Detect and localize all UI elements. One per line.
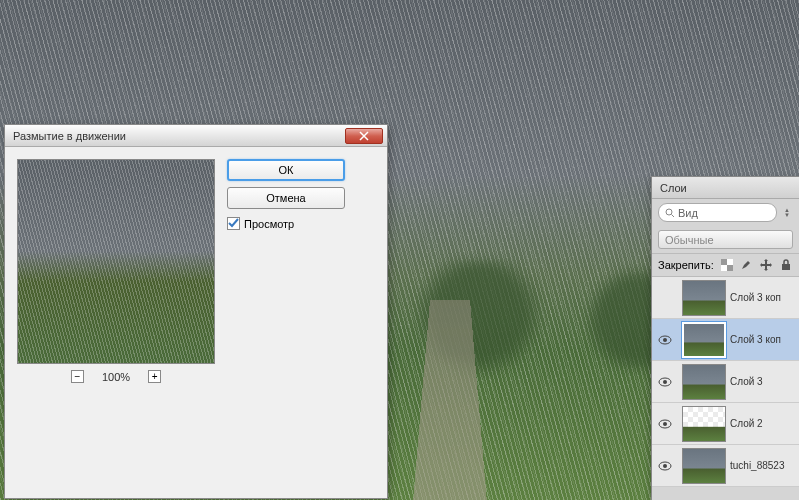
dialog-body: − 100% + ОК Отмена Просмотр [5, 147, 387, 395]
preview-label: Просмотр [244, 218, 294, 230]
layer-thumbnail[interactable] [682, 448, 726, 484]
layer-item[interactable]: Слой 2 [652, 403, 799, 445]
close-icon [359, 131, 369, 141]
svg-point-7 [663, 338, 667, 342]
svg-point-11 [663, 422, 667, 426]
eye-icon [658, 419, 672, 429]
layer-visibility-toggle[interactable] [652, 377, 678, 387]
layer-name-label[interactable]: Слой 3 коп [730, 334, 799, 345]
layer-name-label[interactable]: tuchi_88523 [730, 460, 799, 471]
layer-item[interactable]: Слой 3 коп [652, 277, 799, 319]
layer-thumbnail[interactable] [682, 406, 726, 442]
lock-all-icon[interactable] [779, 258, 793, 272]
lock-row: Закрепить: [652, 253, 799, 277]
svg-rect-1 [721, 259, 727, 265]
eye-icon [658, 377, 672, 387]
blend-mode-dropdown[interactable]: Обычные [658, 230, 793, 249]
svg-rect-2 [727, 265, 733, 271]
layer-filter-input[interactable]: Вид [658, 203, 777, 222]
filter-stepper[interactable]: ▲▼ [781, 208, 793, 218]
lock-label: Закрепить: [658, 259, 714, 271]
svg-point-13 [663, 464, 667, 468]
layer-name-label[interactable]: Слой 3 [730, 376, 799, 387]
svg-rect-4 [721, 265, 727, 271]
button-column: ОК Отмена Просмотр [227, 159, 375, 383]
svg-rect-5 [782, 264, 790, 270]
layer-item[interactable]: Слой 3 [652, 361, 799, 403]
svg-point-9 [663, 380, 667, 384]
svg-rect-3 [727, 259, 733, 265]
lock-transparency-icon[interactable] [720, 258, 734, 272]
layer-filter-row: Вид ▲▼ [652, 199, 799, 226]
dialog-title: Размытие в движении [9, 130, 345, 142]
layer-visibility-toggle[interactable] [652, 335, 678, 345]
zoom-in-button[interactable]: + [148, 370, 161, 383]
cancel-button[interactable]: Отмена [227, 187, 345, 209]
check-icon [228, 218, 239, 229]
lock-brush-icon[interactable] [740, 258, 754, 272]
layer-name-label[interactable]: Слой 2 [730, 418, 799, 429]
layer-visibility-toggle[interactable] [652, 419, 678, 429]
blend-mode-row: Обычные [652, 226, 799, 253]
lock-move-icon[interactable] [759, 258, 773, 272]
layer-visibility-toggle[interactable] [652, 461, 678, 471]
ok-button[interactable]: ОК [227, 159, 345, 181]
layers-tab[interactable]: Слои [652, 177, 799, 199]
dialog-titlebar[interactable]: Размытие в движении [5, 125, 387, 147]
layer-thumbnail[interactable] [682, 280, 726, 316]
eye-icon [658, 335, 672, 345]
preview-image[interactable] [17, 159, 215, 364]
close-button[interactable] [345, 128, 383, 144]
layer-item[interactable]: Слой 3 коп [652, 319, 799, 361]
preview-checkbox-row: Просмотр [227, 217, 375, 230]
zoom-percent: 100% [102, 371, 130, 383]
layer-item[interactable]: tuchi_88523 [652, 445, 799, 487]
eye-icon [658, 461, 672, 471]
layer-list: Слой 3 копСлой 3 копСлой 3Слой 2tuchi_88… [652, 277, 799, 487]
zoom-out-button[interactable]: − [71, 370, 84, 383]
layers-panel: Слои Вид ▲▼ Обычные Закрепить: Слой 3 ко… [651, 176, 799, 500]
motion-blur-dialog: Размытие в движении − 100% + ОК Отмена П… [4, 124, 388, 499]
svg-point-0 [666, 209, 672, 215]
layer-name-label[interactable]: Слой 3 коп [730, 292, 799, 303]
zoom-controls: − 100% + [17, 370, 215, 383]
preview-column: − 100% + [17, 159, 215, 383]
layer-thumbnail[interactable] [682, 364, 726, 400]
search-icon [665, 208, 675, 218]
layer-thumbnail[interactable] [682, 322, 726, 358]
preview-checkbox[interactable] [227, 217, 240, 230]
